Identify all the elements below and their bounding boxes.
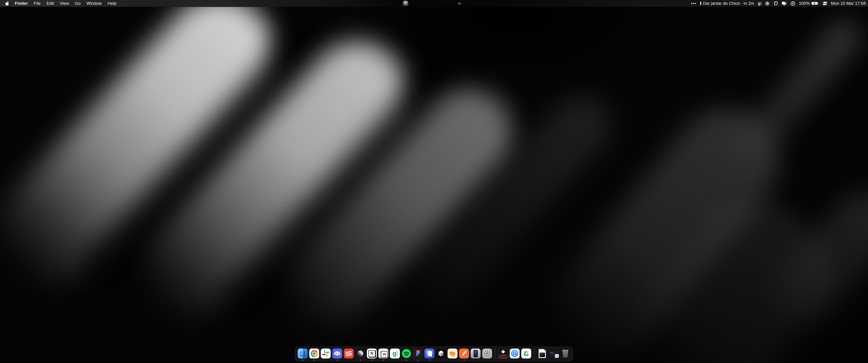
dock-item-discord[interactable] bbox=[332, 349, 342, 359]
running-indicator bbox=[383, 360, 384, 361]
system-settings-gear-icon bbox=[482, 349, 492, 359]
menubar-overflow-button[interactable]: ••• bbox=[691, 1, 697, 6]
dock-item-document[interactable] bbox=[537, 349, 547, 359]
1password-icon bbox=[510, 349, 520, 359]
onepassword-menu-item[interactable] bbox=[790, 1, 795, 6]
control-center-menu-item[interactable] bbox=[823, 2, 827, 5]
dock-item-trash[interactable] bbox=[560, 349, 570, 359]
simulator-icon bbox=[471, 349, 480, 359]
dock-item-postgres[interactable] bbox=[447, 349, 458, 359]
dock-item-notion[interactable]: N bbox=[367, 349, 377, 359]
sunburst-menu-item[interactable] bbox=[765, 1, 770, 6]
dock-separator bbox=[534, 348, 534, 359]
dock-item-minimized-window[interactable]: 11 bbox=[549, 349, 559, 359]
notion-n-glyph: N bbox=[368, 350, 375, 357]
grammarly-icon: g bbox=[758, 1, 761, 6]
dock-item-grammarly[interactable]: g bbox=[390, 349, 400, 359]
dock-item-spotify[interactable] bbox=[401, 349, 411, 359]
onepassword-icon bbox=[790, 1, 795, 6]
dock-item-1password[interactable] bbox=[510, 349, 520, 359]
raycast-icon: raycast bbox=[498, 349, 508, 359]
dock-item-system-settings[interactable] bbox=[482, 349, 492, 359]
finder-icon bbox=[298, 349, 308, 359]
running-indicator bbox=[429, 360, 430, 361]
apple-menu[interactable] bbox=[5, 1, 9, 6]
menu-help[interactable]: Help bbox=[107, 1, 116, 6]
dock-item-todoist[interactable] bbox=[344, 349, 354, 359]
menu-app-name[interactable]: Finder bbox=[15, 1, 28, 6]
running-indicator bbox=[406, 360, 407, 361]
apple-icon bbox=[5, 1, 9, 6]
display-icon bbox=[782, 1, 787, 6]
menu-window[interactable]: Window bbox=[87, 1, 102, 6]
control-center-icon bbox=[823, 2, 827, 5]
grammarly-menu-item[interactable]: g bbox=[758, 1, 762, 6]
dock-item-chrome[interactable] bbox=[309, 349, 319, 359]
trash-icon bbox=[560, 350, 570, 360]
minimized-app-badge: 11 bbox=[555, 354, 559, 358]
dock-item-finder[interactable] bbox=[298, 349, 308, 359]
running-indicator bbox=[464, 360, 465, 361]
menu-view[interactable]: View bbox=[60, 1, 69, 6]
menu-edit[interactable]: Edit bbox=[46, 1, 54, 6]
calendar-event-item[interactable]: Dar jantar do Chico · in 2m bbox=[700, 1, 754, 6]
document-file-icon bbox=[537, 349, 547, 359]
postgres-elephant-icon bbox=[447, 349, 458, 359]
text-caret-icon bbox=[761, 2, 761, 5]
todoist-icon bbox=[344, 349, 354, 359]
blob-app-icon bbox=[773, 1, 778, 6]
text-caret-icon bbox=[397, 351, 397, 356]
linear-icon bbox=[355, 349, 365, 359]
battery-percent: 100% bbox=[799, 1, 810, 6]
dock-item-raycast[interactable]: raycast bbox=[498, 349, 508, 359]
sunburst-icon bbox=[765, 1, 770, 6]
google-drive-icon bbox=[521, 349, 531, 359]
running-indicator bbox=[360, 360, 361, 361]
spotify-icon bbox=[401, 349, 411, 359]
user-avatar[interactable] bbox=[403, 1, 408, 6]
running-indicator bbox=[371, 360, 372, 361]
grammarly-g-glyph: g bbox=[393, 351, 397, 357]
menu-go[interactable]: Go bbox=[75, 1, 81, 6]
discord-icon bbox=[332, 349, 342, 359]
dock-item-unity[interactable] bbox=[436, 349, 446, 359]
dock-item-craft[interactable] bbox=[425, 349, 434, 359]
display-menu-item[interactable] bbox=[782, 1, 787, 6]
chrome-icon bbox=[309, 349, 319, 359]
notion-icon: N bbox=[367, 349, 377, 359]
dock-item-notion-calendar[interactable]: 10 bbox=[378, 349, 388, 359]
dock-item-simulator[interactable] bbox=[471, 349, 480, 359]
dock-item-postman[interactable] bbox=[459, 349, 469, 359]
dock-item-linear[interactable] bbox=[355, 349, 365, 359]
battery-charging-icon bbox=[811, 2, 819, 5]
notion-calendar-icon: 10 bbox=[378, 349, 388, 359]
menu-file[interactable]: File bbox=[34, 1, 41, 6]
grammarly-app-icon: g bbox=[390, 349, 400, 359]
slack-icon bbox=[321, 349, 331, 359]
wallpaper bbox=[0, 0, 868, 363]
blob-app-menu-item[interactable] bbox=[773, 1, 778, 6]
dock: N 10 g bbox=[295, 346, 573, 362]
unity-icon bbox=[436, 349, 446, 359]
dock-item-google-drive[interactable] bbox=[521, 349, 531, 359]
dock-item-figma[interactable] bbox=[413, 349, 423, 359]
running-indicator bbox=[337, 360, 338, 361]
desktop: Finder File Edit View Go Window Help •••… bbox=[0, 0, 868, 363]
postman-icon bbox=[459, 349, 469, 359]
craft-icon bbox=[425, 349, 434, 359]
running-indicator bbox=[314, 360, 315, 361]
raycast-label: raycast bbox=[500, 355, 506, 356]
battery-status[interactable]: 100% bbox=[799, 1, 819, 6]
wallpaper-vignette bbox=[0, 0, 868, 363]
minimized-window-thumbnail: 11 bbox=[549, 350, 559, 360]
dock-item-slack[interactable] bbox=[321, 349, 331, 359]
menu-bar: Finder File Edit View Go Window Help •••… bbox=[0, 0, 868, 7]
raycast-diamond-icon bbox=[501, 350, 505, 354]
menubar-clock[interactable]: Mon 10 Mar 17:58 bbox=[831, 1, 866, 6]
running-indicator bbox=[302, 360, 303, 361]
figma-icon bbox=[413, 349, 423, 359]
event-color-bar-icon bbox=[700, 2, 701, 5]
dock-separator bbox=[495, 348, 495, 359]
running-indicator bbox=[417, 360, 418, 361]
audio-level-bars-icon[interactable] bbox=[458, 2, 461, 4]
